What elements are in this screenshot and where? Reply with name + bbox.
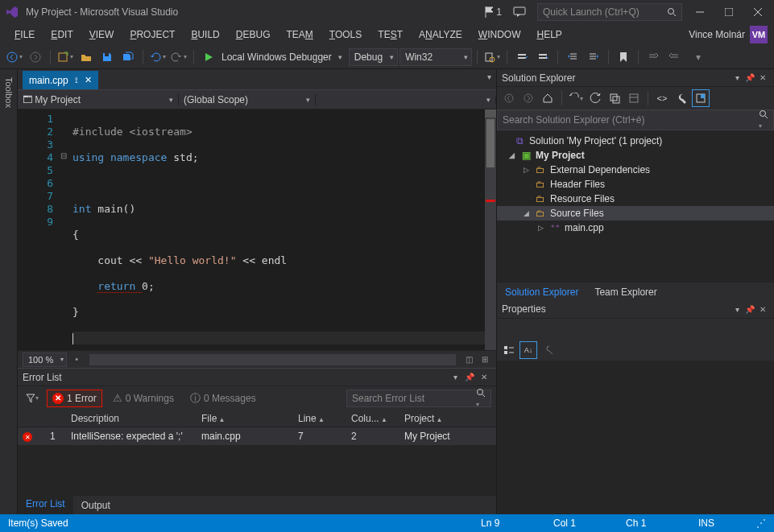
solution-tree[interactable]: ⧉ Solution 'My Project' (1 project) ◢▣ M… — [497, 130, 774, 282]
se-showall-icon[interactable] — [625, 89, 643, 107]
messages-filter[interactable]: ⓘ 0 Messages — [184, 390, 262, 407]
bookmark-button[interactable] — [614, 47, 633, 67]
menu-analyze[interactable]: ANALYZE — [411, 26, 470, 43]
errorlist-head[interactable]: Description File Line Colu... Project — [18, 410, 496, 427]
chevron-down-icon[interactable]: ▾ — [338, 53, 342, 61]
expand-icon[interactable]: ◢ — [507, 151, 516, 159]
se-sync-icon[interactable]: ▾ — [567, 89, 585, 107]
uncomment-button[interactable] — [664, 47, 684, 67]
indent-button[interactable] — [584, 47, 603, 67]
debugger-label[interactable]: Local Windows Debugger — [220, 52, 337, 63]
panel-dropdown-icon[interactable]: ▾ — [448, 373, 462, 381]
tab-overflow-icon[interactable]: ▾ — [487, 72, 491, 81]
tab-solution-explorer[interactable]: Solution Explorer — [497, 283, 586, 301]
save-button[interactable] — [97, 47, 117, 67]
code-editor[interactable]: 123456789 ⊟ #include <iostream> using na… — [18, 109, 496, 350]
nav-back-button[interactable] — [5, 47, 24, 67]
main-cpp-node[interactable]: ▷⁺⁺ main.cpp — [497, 221, 774, 235]
horizontal-scrollbar[interactable] — [89, 354, 456, 365]
source-files-node[interactable]: ◢🗀 Source Files — [497, 206, 774, 221]
categorized-icon[interactable] — [500, 341, 518, 359]
nav-marker-icon[interactable]: • — [70, 353, 83, 366]
user-avatar-badge[interactable]: VM — [750, 26, 768, 43]
tab-team-explorer[interactable]: Team Explorer — [586, 283, 664, 301]
errorlist-search[interactable]: Search Error List ▾ — [346, 390, 491, 407]
se-collapse-icon[interactable] — [606, 89, 623, 107]
expand-icon[interactable]: ◢ — [521, 209, 531, 217]
se-refresh-icon[interactable] — [586, 89, 604, 107]
col-file[interactable]: File — [197, 413, 293, 424]
find-in-files-button[interactable] — [482, 47, 502, 67]
se-preview-icon[interactable] — [692, 89, 710, 107]
notification-flag[interactable]: 1 — [484, 6, 502, 18]
config-combo[interactable]: Debug — [349, 48, 398, 66]
code-text[interactable]: #include <iostream> using namespace std;… — [69, 109, 493, 350]
panel-close-icon[interactable]: ✕ — [477, 373, 491, 381]
panel-close-icon[interactable]: ✕ — [756, 73, 769, 82]
zoom-combo[interactable]: 100 % — [23, 353, 67, 367]
menu-help[interactable]: HELP — [528, 26, 569, 43]
panel-close-icon[interactable]: ✕ — [756, 305, 769, 314]
se-properties-icon[interactable] — [673, 89, 690, 107]
filter-funnel-icon[interactable]: ▾ — [23, 389, 42, 408]
panel-pin-icon[interactable]: 📌 — [743, 305, 756, 314]
property-pages-icon[interactable] — [539, 341, 557, 359]
toolbar-overflow[interactable]: ▾ — [689, 47, 708, 67]
vertical-scrollbar[interactable] — [485, 109, 496, 350]
quick-launch-input[interactable]: Quick Launch (Ctrl+Q) — [537, 3, 682, 21]
panel-dropdown-icon[interactable]: ▾ — [731, 73, 743, 82]
toolbox-sidebar[interactable]: Toolbox — [0, 69, 18, 514]
menu-project[interactable]: PROJECT — [122, 26, 183, 43]
scroll-thumb[interactable] — [486, 119, 495, 167]
menu-file[interactable]: FILE — [6, 26, 43, 43]
undo-button[interactable] — [148, 47, 168, 67]
solution-node[interactable]: ⧉ Solution 'My Project' (1 project) — [497, 134, 774, 148]
tab-main-cpp[interactable]: main.cpp ⟟ ✕ — [23, 71, 98, 89]
se-code-icon[interactable]: <> — [653, 89, 671, 107]
toolbar-btn-b[interactable] — [533, 47, 553, 67]
platform-combo[interactable]: Win32 — [399, 48, 472, 66]
project-node[interactable]: ◢▣ My Project — [497, 148, 774, 163]
se-home-icon[interactable] — [539, 89, 557, 107]
col-column[interactable]: Colu... — [346, 413, 399, 424]
menu-test[interactable]: TEST — [370, 26, 411, 43]
se-forward-icon[interactable] — [519, 89, 537, 107]
menu-debug[interactable]: DEBUG — [228, 26, 279, 43]
scope-member-combo[interactable]: ▾ — [316, 96, 496, 104]
col-description[interactable]: Description — [66, 413, 197, 424]
error-row[interactable]: ✕ 1 IntelliSense: expected a ';' main.cp… — [18, 427, 496, 445]
new-project-button[interactable] — [56, 47, 75, 67]
split-grip[interactable] — [485, 109, 496, 118]
header-files-node[interactable]: 🗀 Header Files — [497, 177, 774, 192]
fold-gutter[interactable]: ⊟ — [58, 109, 69, 350]
menu-tools[interactable]: TOOLS — [321, 26, 370, 43]
minimize-button[interactable] — [689, 3, 711, 21]
redo-button[interactable] — [169, 47, 188, 67]
col-line[interactable]: Line — [293, 413, 346, 424]
close-button[interactable] — [747, 3, 769, 21]
nav-forward-button[interactable] — [26, 47, 45, 67]
solution-search[interactable]: Search Solution Explorer (Ctrl+é) ▾ — [497, 109, 774, 130]
warnings-filter[interactable]: ⚠ 0 Warnings — [107, 390, 180, 407]
tab-output[interactable]: Output — [73, 497, 118, 514]
scope-project-combo[interactable]: 🗔 My Project▾ — [18, 94, 179, 105]
open-file-button[interactable] — [77, 47, 96, 67]
panel-pin-icon[interactable]: 📌 — [743, 73, 756, 82]
toolbar-btn-a[interactable] — [512, 47, 532, 67]
expand-icon[interactable]: ▷ — [536, 224, 545, 232]
expand-icon[interactable]: ▷ — [521, 166, 531, 174]
extdeps-node[interactable]: ▷🗀 External Dependencies — [497, 163, 774, 177]
comment-button[interactable] — [644, 47, 663, 67]
save-all-button[interactable] — [118, 47, 138, 67]
errors-filter[interactable]: ✕ 1 Error — [47, 390, 102, 407]
tab-errorlist[interactable]: Error List — [18, 495, 73, 514]
menu-view[interactable]: VIEW — [81, 26, 122, 43]
menu-edit[interactable]: EDIT — [43, 26, 81, 43]
feedback-icon[interactable] — [508, 3, 531, 21]
scope-global-combo[interactable]: (Global Scope)▾ — [179, 94, 316, 105]
menu-window[interactable]: WINDOW — [470, 26, 529, 43]
maximize-button[interactable] — [718, 3, 740, 21]
menu-build[interactable]: BUILD — [183, 26, 227, 43]
tab-close-icon[interactable]: ✕ — [85, 75, 92, 85]
col-project[interactable]: Project — [399, 413, 496, 424]
